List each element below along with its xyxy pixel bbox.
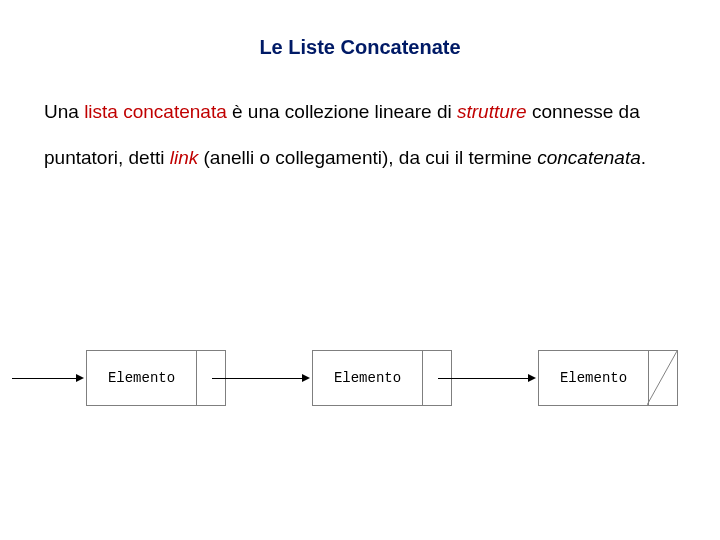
text-plain: . xyxy=(641,147,646,168)
slide-title: Le Liste Concatenate xyxy=(0,0,720,59)
list-node: Elemento xyxy=(86,350,226,406)
arrow-line xyxy=(212,378,302,379)
list-node: Elemento xyxy=(312,350,452,406)
svg-line-0 xyxy=(647,351,677,405)
text-plain: Una xyxy=(44,101,84,122)
arrow-head-icon xyxy=(76,374,84,382)
list-node: Elemento xyxy=(538,350,678,406)
arrow-line xyxy=(438,378,528,379)
node-data-cell: Elemento xyxy=(87,351,197,405)
term-structures: strutture xyxy=(457,101,527,122)
arrow-head-icon xyxy=(302,374,310,382)
arrow-head-icon xyxy=(528,374,536,382)
paragraph: Una lista concatenata è una collezione l… xyxy=(0,59,720,180)
null-slash-icon xyxy=(647,351,677,405)
term-linked-list: lista concatenata xyxy=(84,101,227,122)
arrow-line xyxy=(12,378,76,379)
term-concatenata: concatenata xyxy=(537,147,641,168)
node-data-cell: Elemento xyxy=(313,351,423,405)
text-plain: è una collezione lineare di xyxy=(227,101,457,122)
linked-list-diagram: Elemento Elemento Elemento xyxy=(0,348,720,448)
node-pointer-cell xyxy=(647,351,677,405)
term-link: link xyxy=(170,147,199,168)
text-plain: (anelli o collegamenti), da cui il termi… xyxy=(198,147,537,168)
node-data-cell: Elemento xyxy=(539,351,649,405)
